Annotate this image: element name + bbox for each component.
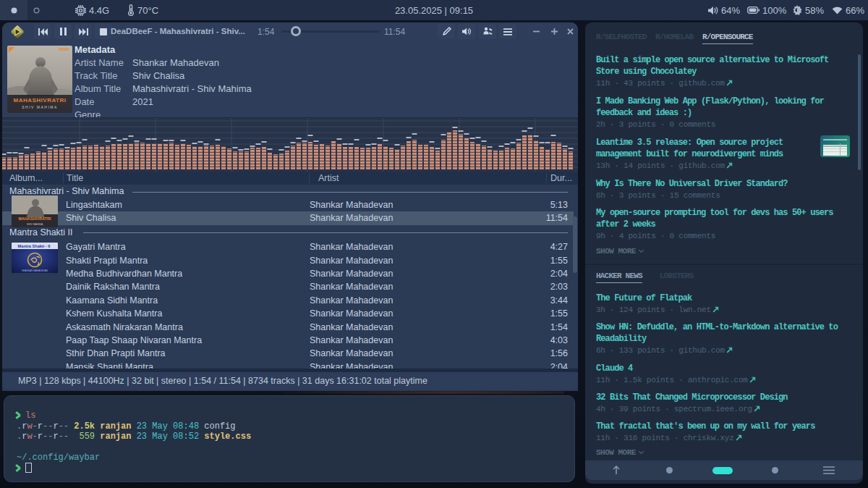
svg-text:MAHASHIVRATRI: MAHASHIVRATRI bbox=[13, 97, 66, 104]
svg-text:MAHASHIVRATRI: MAHASHIVRATRI bbox=[19, 216, 51, 221]
svg-text:SHIV MAHIMA: SHIV MAHIMA bbox=[27, 223, 43, 226]
svg-text:SHANKAR MAHADEVAN: SHANKAR MAHADEVAN bbox=[22, 269, 48, 272]
svg-text:Mantra Shakti - II: Mantra Shakti - II bbox=[18, 244, 51, 248]
svg-text:SHIV MAHIMA: SHIV MAHIMA bbox=[22, 105, 58, 109]
